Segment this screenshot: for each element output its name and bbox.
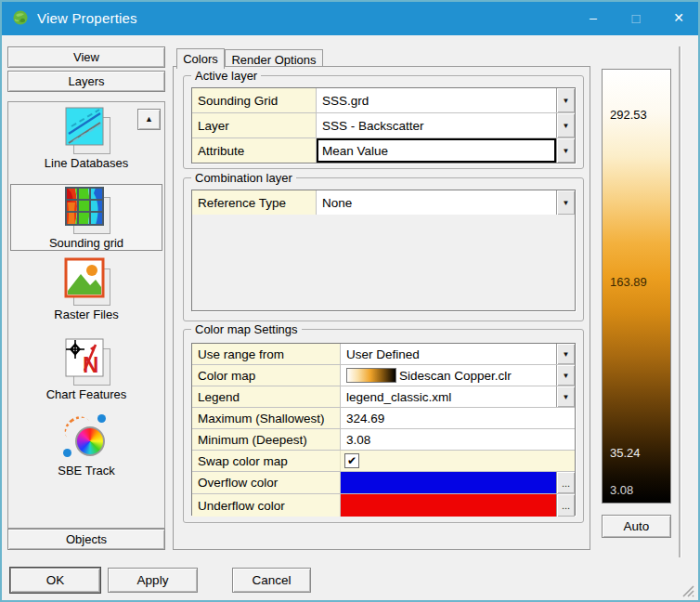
colorbar-tick: 35.24 <box>610 446 641 460</box>
apply-button[interactable]: Apply <box>108 568 198 593</box>
sidebar-item-line-databases[interactable]: Line Databases <box>10 106 162 178</box>
use-range-from-select[interactable]: User Defined <box>341 344 556 364</box>
maximum-input[interactable]: 324.69 <box>341 408 575 428</box>
table-row: Attribute Mean Value ▼ <box>192 138 575 163</box>
resize-grip-icon[interactable] <box>682 585 694 597</box>
overflow-color-picker-button[interactable]: ... <box>556 472 575 493</box>
field-label: Maximum (Shallowest) <box>192 408 341 428</box>
attribute-dropdown-button[interactable]: ▼ <box>556 138 575 163</box>
tab-panel-colors: Active layer Sounding Grid SSS.grd ▼ Lay… <box>173 66 590 550</box>
field-label: Underflow color <box>192 494 341 517</box>
colorbar-tick: 292.53 <box>610 107 647 121</box>
reference-type-dropdown-button[interactable]: ▼ <box>556 190 575 215</box>
color-map-select[interactable]: Sidescan Copper.clr <box>341 365 556 386</box>
group-title: Color map Settings <box>191 322 302 336</box>
sidebar-item-sbe-track[interactable]: SBE Track <box>10 413 162 480</box>
sidebar-layers-button[interactable]: Layers <box>7 71 165 92</box>
group-color-map-settings: Color map Settings Use range from User D… <box>183 329 584 523</box>
dialog-body: View Layers ▲ <box>2 37 698 600</box>
field-value: legend_classic.xml <box>346 390 451 404</box>
minimum-input[interactable]: 3.08 <box>341 429 575 450</box>
sounding-grid-select[interactable]: SSS.grd <box>317 88 556 112</box>
field-label: Layer <box>192 113 317 137</box>
table-row: Maximum (Shallowest) 324.69 <box>192 408 575 429</box>
tab-colors[interactable]: Colors <box>176 48 225 69</box>
legend-select[interactable]: legend_classic.xml <box>341 386 556 407</box>
table-row: Sounding Grid SSS.grd ▼ <box>192 88 575 113</box>
sidebar-item-raster-files[interactable]: Raster Files <box>10 257 162 330</box>
group-combination-layer: Combination layer Reference Type None ▼ <box>183 177 584 321</box>
ok-button[interactable]: OK <box>10 568 100 593</box>
field-value: User Defined <box>346 347 420 361</box>
tab-render-options[interactable]: Render Options <box>225 49 323 68</box>
chart-features-icon: N <box>62 337 110 386</box>
field-label: Minimum (Deepest) <box>192 429 341 450</box>
layers-list: ▲ Line Databases <box>7 101 165 529</box>
underflow-color-cell <box>341 494 556 517</box>
overflow-color-swatch[interactable] <box>341 472 556 493</box>
cancel-button[interactable]: Cancel <box>232 568 311 593</box>
sidebar-item-chart-features[interactable]: N Chart Features <box>10 337 162 408</box>
sounding-grid-dropdown-button[interactable]: ▼ <box>556 88 575 112</box>
sidebar-view-button[interactable]: View <box>7 46 165 68</box>
field-value: SSS - Backscatter <box>322 119 424 133</box>
use-range-from-dropdown-button[interactable]: ▼ <box>556 344 575 364</box>
field-value: 3.08 <box>346 433 370 447</box>
raster-files-icon <box>62 257 110 306</box>
table-row: Minimum (Deepest) 3.08 <box>192 429 575 451</box>
vertical-groove <box>679 46 681 557</box>
maximize-button[interactable]: □ <box>615 0 657 35</box>
table-row: Overflow color ... <box>192 472 575 494</box>
sounding-grid-icon <box>62 186 110 234</box>
sbe-track-icon <box>62 413 110 462</box>
ellipsis-icon: ... <box>562 500 570 511</box>
field-label: Sounding Grid <box>192 88 317 112</box>
legend-dropdown-button[interactable]: ▼ <box>556 386 575 407</box>
minimize-button[interactable]: – <box>572 0 615 35</box>
overflow-color-cell <box>341 472 556 493</box>
field-label: Swap color map <box>192 451 341 471</box>
color-map-dropdown-button[interactable]: ▼ <box>556 365 575 386</box>
sidebar-item-label: Chart Features <box>10 387 162 401</box>
underflow-color-swatch[interactable] <box>341 494 556 517</box>
sidebar-item-label: SBE Track <box>10 464 162 478</box>
group-title: Active layer <box>191 69 261 83</box>
attribute-select[interactable]: Mean Value <box>317 138 556 163</box>
chevron-down-icon: ▼ <box>563 372 570 380</box>
swap-color-map-cell: ✔ <box>341 451 575 471</box>
layer-select[interactable]: SSS - Backscatter <box>317 113 556 137</box>
colorbar-tick: 163.89 <box>610 275 647 289</box>
group-title: Combination layer <box>191 171 296 185</box>
app-icon <box>12 9 29 26</box>
layer-dropdown-button[interactable]: ▼ <box>556 113 575 137</box>
sidebar-item-label: Line Databases <box>10 156 162 170</box>
reference-type-select[interactable]: None <box>317 190 556 215</box>
table-row: Underflow color ... <box>192 494 575 517</box>
field-value: 324.69 <box>346 412 384 425</box>
field-value: None <box>322 196 352 210</box>
table-row: Reference Type None ▼ <box>192 190 575 215</box>
swap-color-map-checkbox[interactable]: ✔ <box>344 453 359 468</box>
chevron-down-icon: ▼ <box>563 350 570 359</box>
table-row: Legend legend_classic.xml ▼ <box>192 386 575 408</box>
auto-button[interactable]: Auto <box>602 515 671 538</box>
color-map-gradient-swatch <box>346 368 396 383</box>
sidebar-item-label: Raster Files <box>10 308 162 321</box>
titlebar[interactable]: View Properties – □ ✕ <box>0 0 700 35</box>
sidebar-objects-button[interactable]: Objects <box>7 529 165 550</box>
window-title: View Properties <box>37 10 137 26</box>
close-button[interactable]: ✕ <box>657 0 700 35</box>
chevron-down-icon: ▼ <box>563 199 570 207</box>
field-label: Attribute <box>192 138 317 163</box>
sidebar: View Layers ▲ <box>7 46 165 556</box>
sidebar-item-label: Sounding grid <box>11 236 162 250</box>
table-row: Use range from User Defined ▼ <box>192 344 575 365</box>
underflow-color-picker-button[interactable]: ... <box>556 494 575 517</box>
table-row: Layer SSS - Backscatter ▼ <box>192 113 575 138</box>
line-databases-icon <box>62 106 110 154</box>
colorbar-tick: 3.08 <box>610 483 633 497</box>
chevron-down-icon: ▼ <box>563 147 570 155</box>
sidebar-item-sounding-grid[interactable]: Sounding grid <box>10 184 162 251</box>
chevron-down-icon: ▼ <box>563 122 570 130</box>
field-value: Sidescan Copper.clr <box>399 369 512 383</box>
